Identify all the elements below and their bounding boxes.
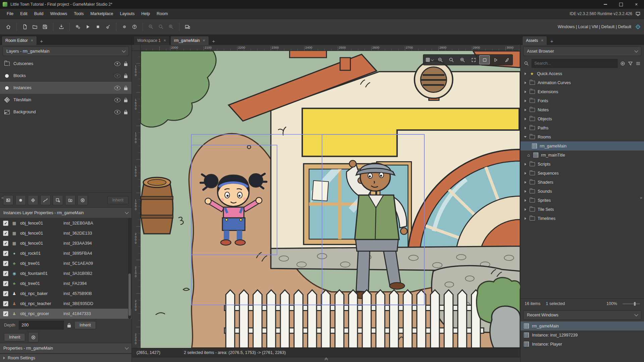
asset-browser-dropdown[interactable]: Asset Browser bbox=[523, 47, 641, 56]
show-room-border-button[interactable] bbox=[479, 55, 490, 64]
instance-row-selected[interactable]: obj_npc_grocerinst_41847333 bbox=[0, 309, 131, 319]
collapse-right-dock-handle[interactable] bbox=[640, 195, 642, 200]
close-tab-icon[interactable] bbox=[541, 38, 543, 43]
close-tab-icon[interactable] bbox=[203, 38, 205, 43]
export-button[interactable] bbox=[56, 22, 66, 32]
recent-windows-dropdown[interactable]: Recent Windows bbox=[523, 310, 641, 320]
add-tab-button[interactable] bbox=[210, 37, 218, 45]
menu-layouts[interactable]: Layouts bbox=[117, 10, 138, 17]
fit-to-screen-button[interactable] bbox=[468, 55, 479, 64]
add-asset-icon[interactable] bbox=[620, 61, 625, 66]
close-tab-icon[interactable] bbox=[164, 38, 166, 43]
recent-window-row[interactable]: Instance: Player bbox=[521, 340, 644, 349]
add-tab-button[interactable] bbox=[38, 37, 46, 45]
expand-arrow-icon[interactable] bbox=[525, 172, 526, 175]
expand-arrow-icon[interactable] bbox=[525, 127, 526, 129]
instances-properties-header[interactable]: Instances Layer Properties - rm_gameMain bbox=[0, 207, 131, 218]
tree-item-rm-maintitle[interactable]: rm_mainTitle bbox=[521, 150, 644, 160]
zoom-out-button[interactable] bbox=[146, 22, 156, 32]
instance-checkbox[interactable] bbox=[3, 281, 8, 286]
expand-arrow-icon[interactable] bbox=[525, 217, 526, 220]
add-tile-layer-button[interactable] bbox=[28, 195, 38, 205]
instance-row[interactable]: obj_npc_bakerinst_4575B90B bbox=[0, 289, 131, 299]
tree-item-timelines[interactable]: Timelines bbox=[521, 214, 644, 223]
layer-row-background[interactable]: Background bbox=[0, 106, 131, 118]
instance-checkbox[interactable] bbox=[3, 261, 8, 266]
target-manager-button[interactable] bbox=[182, 22, 193, 32]
layer-row-blocks[interactable]: Blocks bbox=[0, 70, 131, 82]
visibility-eye-icon[interactable] bbox=[114, 110, 120, 114]
tree-item-scripts[interactable]: Scripts bbox=[521, 160, 644, 169]
tree-item-quick-access[interactable]: Quick Access bbox=[521, 69, 644, 78]
expand-arrow-icon[interactable] bbox=[525, 190, 526, 193]
instance-checkbox[interactable] bbox=[3, 241, 8, 246]
instance-row[interactable]: obj_rock01inst_3895FBA4 bbox=[0, 248, 131, 258]
tab-assets[interactable]: Assets bbox=[522, 36, 547, 45]
instance-checkbox[interactable] bbox=[3, 271, 8, 276]
layer-inherit-button[interactable]: Inherit bbox=[107, 196, 128, 204]
grid-options-button[interactable] bbox=[424, 55, 434, 64]
close-tab-icon[interactable] bbox=[31, 38, 33, 43]
game-options-button[interactable] bbox=[119, 22, 129, 32]
tree-item-extensions[interactable]: Extensions bbox=[521, 87, 644, 96]
lock-icon[interactable] bbox=[124, 87, 127, 90]
build-target-summary[interactable]: Windows | Local | VM | Default | Default bbox=[558, 24, 631, 29]
add-instance-layer-button[interactable] bbox=[15, 195, 26, 205]
room-properties-header[interactable]: Properties - rm_gameMain bbox=[0, 343, 131, 354]
layer-row-instances[interactable]: Instances bbox=[0, 82, 131, 94]
build-settings-button[interactable] bbox=[73, 22, 83, 32]
add-asset-layer-button[interactable] bbox=[53, 195, 63, 205]
clear-inherit-button[interactable] bbox=[28, 332, 39, 342]
clean-button[interactable] bbox=[103, 22, 113, 32]
expand-arrow-icon[interactable] bbox=[525, 118, 526, 120]
lock-icon[interactable] bbox=[124, 112, 127, 114]
instance-row[interactable]: obj_fence01inst_32EB0ABA bbox=[0, 218, 131, 228]
menu-help[interactable]: Help bbox=[138, 10, 153, 17]
lock-icon[interactable] bbox=[67, 325, 71, 327]
tree-item-shaders[interactable]: Shaders bbox=[521, 178, 644, 187]
preview-room-button[interactable] bbox=[490, 55, 501, 64]
tree-item-tile-sets[interactable]: Tile Sets bbox=[521, 205, 644, 214]
depth-inherit-button[interactable]: Inherit bbox=[74, 321, 96, 329]
tree-item-fonts[interactable]: Fonts bbox=[521, 96, 644, 105]
tree-item-paths[interactable]: Paths bbox=[521, 123, 644, 132]
expand-arrow-icon[interactable] bbox=[525, 81, 526, 84]
instance-checkbox[interactable] bbox=[3, 301, 8, 306]
instance-row[interactable]: obj_npc_teacherinst_3BE935DD bbox=[0, 299, 131, 309]
instance-list-scrollbar[interactable] bbox=[128, 218, 131, 319]
save-project-button[interactable] bbox=[40, 22, 50, 32]
stop-button[interactable] bbox=[93, 22, 103, 32]
tree-item-rooms[interactable]: Rooms bbox=[521, 132, 644, 141]
canvas-zoom-in-button[interactable] bbox=[457, 55, 468, 64]
recent-window-row[interactable]: rm_gameMain bbox=[521, 321, 644, 330]
depth-input[interactable] bbox=[19, 321, 64, 329]
expand-arrow-icon[interactable] bbox=[525, 163, 526, 166]
layers-dropdown[interactable]: Layers - rm_gameMain bbox=[3, 47, 129, 56]
filter-icon[interactable] bbox=[628, 61, 633, 66]
expand-arrow-icon[interactable] bbox=[525, 199, 526, 202]
new-project-button[interactable] bbox=[20, 22, 30, 32]
target-device-icon[interactable] bbox=[635, 24, 641, 29]
tree-item-rm-gamemain[interactable]: rm_gameMain bbox=[521, 141, 644, 150]
expand-arrow-icon[interactable] bbox=[525, 90, 526, 93]
minimize-button[interactable] bbox=[598, 0, 613, 9]
instance-row[interactable]: obj_fence01inst_362DE133 bbox=[0, 228, 131, 238]
close-button[interactable] bbox=[629, 0, 644, 9]
menu-windows[interactable]: Windows bbox=[47, 10, 71, 17]
room-settings-header[interactable]: Room Settings bbox=[0, 354, 131, 362]
tab-room-editor[interactable]: Room Editor bbox=[2, 36, 37, 45]
expand-arrow-icon[interactable] bbox=[525, 208, 526, 211]
asset-search-input[interactable] bbox=[532, 59, 618, 68]
menu-build[interactable]: Build bbox=[31, 10, 47, 17]
lock-icon[interactable] bbox=[124, 63, 127, 66]
zoom-reset-button[interactable] bbox=[156, 22, 166, 32]
room-canvas[interactable] bbox=[141, 51, 520, 348]
add-path-layer-button[interactable] bbox=[40, 195, 51, 205]
tree-item-sprites[interactable]: Sprites bbox=[521, 196, 644, 205]
tab-rm-gamemain[interactable]: rm_gameMain bbox=[170, 36, 209, 45]
paint-mode-button[interactable] bbox=[501, 55, 512, 64]
expand-arrow-icon[interactable] bbox=[525, 100, 526, 102]
bottom-dock-handle[interactable] bbox=[132, 357, 520, 362]
maximize-button[interactable] bbox=[613, 0, 629, 9]
menu-file[interactable]: File bbox=[3, 10, 17, 17]
